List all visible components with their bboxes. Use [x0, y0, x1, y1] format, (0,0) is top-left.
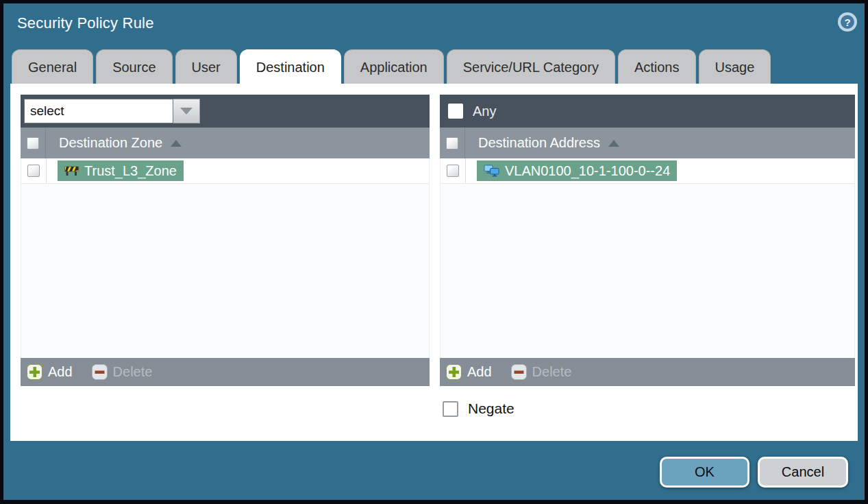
zone-row-checkbox[interactable] — [27, 165, 40, 177]
address-select-all-checkbox[interactable] — [446, 137, 458, 149]
tab-source[interactable]: Source — [96, 49, 172, 84]
tab-service-url-category[interactable]: Service/URL Category — [447, 49, 615, 84]
security-policy-rule-dialog: Security Policy Rule ? General Source Us… — [0, 0, 868, 504]
address-row-checkbox[interactable] — [447, 165, 459, 177]
destination-address-panel: Any Destination Address — [440, 95, 855, 386]
zone-select-dropdown-button[interactable] — [173, 99, 200, 123]
zone-item-label: Trust_L3_Zone — [84, 163, 177, 179]
tab-usage[interactable]: Usage — [699, 49, 771, 84]
address-add-button[interactable]: Add — [446, 364, 492, 380]
address-item[interactable]: VLAN0100_10-1-100-0--24 — [477, 160, 677, 181]
negate-label: Negate — [468, 400, 514, 417]
zone-delete-button[interactable]: Delete — [92, 364, 153, 380]
zone-add-button[interactable]: Add — [27, 364, 73, 380]
address-icon — [484, 165, 499, 177]
tab-user[interactable]: User — [175, 49, 237, 84]
zone-item[interactable]: Trust_L3_Zone — [58, 160, 184, 181]
tab-bar: General Source User Destination Applicat… — [12, 49, 856, 84]
title-bar: Security Policy Rule ? — [3, 3, 865, 46]
ok-button[interactable]: OK — [660, 457, 749, 488]
any-wrap: Any — [443, 104, 496, 119]
any-label: Any — [473, 104, 496, 119]
zone-add-label: Add — [48, 364, 73, 380]
chevron-down-icon — [180, 108, 193, 115]
destination-tab-content: Destination Zone — [10, 84, 858, 441]
address-delete-label: Delete — [532, 364, 572, 380]
zone-select-all-checkbox[interactable] — [27, 137, 39, 149]
zone-column-label[interactable]: Destination Zone — [59, 135, 162, 151]
negate-checkbox[interactable] — [443, 401, 458, 417]
dialog-surface: Security Policy Rule ? General Source Us… — [3, 3, 865, 500]
address-list: VLAN0100_10-1-100-0--24 — [440, 158, 855, 358]
address-header-checkbox-cell — [440, 128, 465, 158]
address-delete-button[interactable]: Delete — [511, 364, 572, 380]
address-item-label: VLAN0100_10-1-100-0--24 — [505, 163, 670, 179]
zone-select-combo — [24, 99, 200, 123]
zone-header-checkbox-cell — [21, 128, 46, 158]
zone-panel-toolbar — [21, 95, 430, 128]
page-title: Security Policy Rule — [17, 3, 154, 43]
delete-icon — [92, 364, 108, 380]
address-column-header: Destination Address — [440, 128, 855, 158]
table-row: VLAN0100_10-1-100-0--24 — [441, 158, 854, 184]
tab-destination[interactable]: Destination — [240, 49, 341, 84]
negate-row: Negate — [443, 400, 514, 417]
sort-ascending-icon[interactable] — [608, 140, 619, 147]
zone-list: Trust_L3_Zone — [21, 158, 430, 358]
address-row-checkbox-cell — [441, 158, 466, 183]
tab-application[interactable]: Application — [344, 49, 444, 84]
tab-general[interactable]: General — [12, 49, 93, 84]
zone-select-input[interactable] — [24, 99, 173, 123]
delete-icon — [511, 364, 527, 380]
zone-delete-label: Delete — [113, 364, 153, 380]
help-icon[interactable]: ? — [838, 12, 857, 32]
add-icon — [27, 364, 42, 380]
address-column-label[interactable]: Destination Address — [478, 135, 600, 151]
table-row: Trust_L3_Zone — [21, 158, 429, 184]
address-panel-footer: Add Delete — [440, 358, 855, 386]
zone-column-header: Destination Zone — [21, 128, 430, 158]
cancel-button[interactable]: Cancel — [758, 457, 848, 488]
tab-actions[interactable]: Actions — [618, 49, 696, 84]
sort-ascending-icon[interactable] — [171, 140, 182, 147]
destination-zone-panel: Destination Zone — [21, 95, 430, 386]
zone-icon — [64, 165, 79, 176]
zone-row-checkbox-cell — [21, 158, 47, 183]
any-checkbox[interactable] — [448, 104, 463, 119]
add-icon — [446, 364, 462, 380]
address-add-label: Add — [467, 364, 492, 380]
address-panel-toolbar: Any — [440, 95, 855, 128]
zone-panel-footer: Add Delete — [21, 358, 430, 386]
